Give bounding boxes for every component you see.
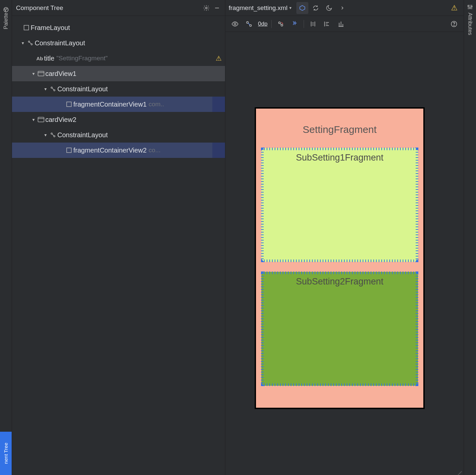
file-name: fragment_setting.xml	[229, 4, 287, 12]
warning-icon[interactable]: ⚠	[216, 54, 222, 62]
svg-point-1	[4, 9, 5, 9]
rotate-icon[interactable]	[310, 2, 322, 14]
design-toolbar: 0dp	[225, 16, 464, 32]
constraint-edge	[416, 272, 418, 386]
tree-item-constraintlayout-3[interactable]: ▾ ConstraintLayout	[12, 127, 225, 143]
constraint-handle[interactable]	[261, 148, 264, 151]
svg-point-3	[5, 10, 6, 11]
tree-item-label: title	[44, 55, 54, 62]
component-tree-tab[interactable]: nent Tree	[0, 432, 12, 475]
constraint-edge	[261, 383, 418, 386]
layout-icon	[22, 25, 31, 31]
tree-item-constraintlayout-2[interactable]: ▾ ConstraintLayout	[12, 81, 225, 97]
tree-body: FrameLayout ▾ ConstraintLayout Ab title …	[12, 16, 225, 475]
constraint-icon	[26, 40, 35, 46]
chevron-right-icon[interactable]	[336, 2, 348, 14]
constraint-handle[interactable]	[261, 383, 264, 386]
svg-point-17	[54, 136, 55, 137]
constraint-edge	[261, 271, 418, 274]
tree-item-framelayout[interactable]: FrameLayout	[12, 20, 225, 35]
constraint-handle[interactable]	[415, 148, 418, 151]
align-icon[interactable]	[321, 18, 333, 30]
resize-grip[interactable]	[453, 464, 462, 473]
tree-item-constraintlayout[interactable]: ▾ ConstraintLayout	[12, 35, 225, 51]
svg-point-2	[6, 9, 7, 9]
chevron-down-icon[interactable]: ▾	[19, 40, 26, 46]
chevron-down-icon[interactable]: ▾	[42, 86, 49, 92]
selection-strip	[212, 143, 225, 158]
cardview-icon	[37, 71, 45, 76]
svg-point-11	[51, 87, 52, 88]
editor-tabbar: fragment_setting.xml ▾ ⚠	[225, 0, 464, 16]
tree-item-label: ConstraintLayout	[57, 85, 108, 93]
constraint-edge	[261, 272, 264, 386]
card-subsetting2[interactable]: SubSetting2Fragment	[261, 272, 418, 386]
tree-item-label: cardView2	[45, 116, 76, 124]
tree-item-label: FrameLayout	[31, 24, 70, 32]
constraint-edge	[261, 148, 264, 262]
tree-item-fragment1[interactable]: fragmentContainerView1 com..	[12, 97, 225, 112]
svg-rect-6	[24, 25, 29, 30]
card-subsetting1[interactable]: SubSetting1Fragment	[261, 148, 418, 262]
view-mode-buttons	[296, 2, 348, 14]
svg-point-0	[4, 7, 8, 12]
fragment-title[interactable]: SettingFragment	[303, 124, 377, 135]
svg-point-30	[470, 8, 471, 9]
pack-icon[interactable]	[307, 18, 319, 30]
tree-item-title[interactable]: Ab title "SettingFragment" ⚠	[12, 51, 225, 66]
tree-item-cardview1[interactable]: ▾ cardView1	[12, 66, 225, 81]
chevron-down-icon[interactable]: ▾	[30, 117, 37, 122]
component-tree-panel: Component Tree FrameLayout ▾ ConstraintL…	[12, 0, 225, 475]
tree-item-label: ConstraintLayout	[35, 39, 85, 47]
component-tree-tab-label: nent Tree	[3, 443, 9, 464]
design-view-icon[interactable]	[296, 2, 308, 14]
warning-icon[interactable]: ⚠	[448, 2, 460, 14]
attributes-label[interactable]: Attributes	[467, 13, 473, 35]
gear-icon[interactable]	[202, 4, 210, 12]
default-margin-button[interactable]: 0dp	[257, 21, 269, 27]
cardview-icon	[37, 117, 45, 122]
svg-point-19	[234, 23, 236, 25]
infer-constraints-icon[interactable]	[288, 18, 301, 30]
layout-editor: fragment_setting.xml ▾ ⚠ 0dp SettingFrag…	[225, 0, 464, 475]
constraint-handle[interactable]	[415, 259, 418, 262]
constraint-handle[interactable]	[261, 271, 264, 275]
svg-point-12	[54, 90, 55, 91]
palette-label[interactable]: Palette	[3, 13, 9, 29]
design-canvas[interactable]: SettingFragment SubSetting1Fragment	[225, 32, 464, 475]
textview-icon: Ab	[35, 56, 44, 61]
constraint-handle[interactable]	[415, 383, 418, 386]
tree-item-label: fragmentContainerView1	[73, 101, 147, 108]
constraint-handle[interactable]	[261, 259, 264, 262]
clear-constraints-icon[interactable]	[274, 18, 287, 30]
constraint-icon	[49, 86, 57, 92]
tree-item-hint: co...	[149, 147, 161, 154]
constraint-icon	[49, 132, 57, 138]
constraint-edge	[261, 148, 418, 150]
palette-icon[interactable]	[3, 7, 9, 13]
file-selector[interactable]: fragment_setting.xml ▾	[229, 4, 292, 12]
eye-icon[interactable]	[229, 18, 241, 30]
svg-rect-13	[67, 102, 71, 107]
svg-rect-18	[67, 148, 71, 153]
palette-rail: Palette nent Tree	[0, 0, 12, 475]
minimize-icon[interactable]	[213, 4, 221, 12]
tree-item-hint: com..	[149, 101, 164, 108]
tree-title: Component Tree	[16, 4, 200, 12]
chevron-down-icon[interactable]: ▾	[42, 132, 49, 138]
night-mode-icon[interactable]	[323, 2, 335, 14]
svg-point-7	[28, 41, 30, 42]
svg-point-25	[454, 25, 454, 25]
chevron-down-icon[interactable]: ▾	[30, 71, 37, 76]
tree-item-cardview2[interactable]: ▾ cardView2	[12, 112, 225, 127]
fragment-root[interactable]: SettingFragment SubSetting1Fragment	[256, 109, 423, 408]
constraint-handle[interactable]	[415, 271, 418, 275]
sliders-icon[interactable]	[467, 4, 473, 10]
guidelines-icon[interactable]	[335, 18, 347, 30]
attributes-rail: Attributes	[464, 0, 476, 475]
constraint-edge	[261, 259, 418, 262]
help-icon[interactable]	[448, 18, 460, 30]
tree-item-fragment2[interactable]: fragmentContainerView2 co...	[12, 143, 225, 158]
constraint-edge	[416, 148, 418, 262]
autoconnect-icon[interactable]	[243, 18, 255, 30]
